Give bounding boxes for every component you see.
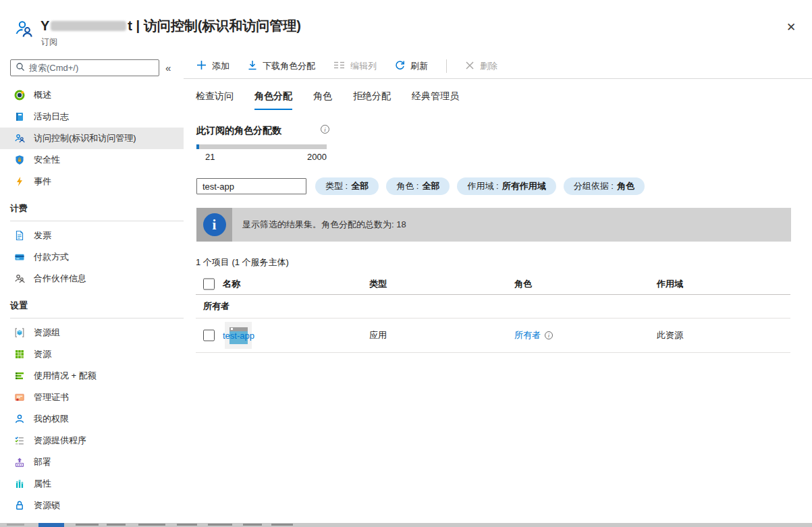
sidebar-item-overview[interactable]: 概述: [0, 84, 184, 106]
select-all-checkbox[interactable]: [203, 279, 215, 290]
sidebar-item-resource-locks[interactable]: 资源锁: [0, 495, 184, 516]
table-row[interactable]: test-app 应用 所有者 i 此资源: [196, 318, 790, 353]
edit-columns-icon: [333, 61, 345, 72]
column-header-role[interactable]: 角色: [514, 278, 532, 290]
sidebar-search-input[interactable]: 搜索(Cmd+/): [10, 59, 159, 76]
search-placeholder: 搜索(Cmd+/): [29, 62, 78, 74]
sidebar-item-usage-quotas[interactable]: 使用情况 + 配额: [0, 365, 184, 387]
refresh-button[interactable]: 刷新: [395, 60, 428, 72]
edit-columns-button[interactable]: 编辑列: [333, 60, 377, 72]
resource-providers-icon: [13, 435, 25, 447]
redacted-subscription-name: [51, 21, 126, 31]
sidebar-item-activity-log[interactable]: 活动日志: [0, 106, 184, 128]
overview-icon: [13, 90, 25, 101]
column-header-scope[interactable]: 作用域: [657, 278, 683, 290]
progress-labels: 21 2000: [196, 152, 327, 162]
main-content: 添加 下载角色分配 编辑列 刷新 删除 检查访问 角色分配 角色: [184, 54, 812, 523]
row-type: 应用: [369, 329, 387, 341]
tab-roles[interactable]: 角色: [313, 90, 332, 110]
payment-icon: [13, 252, 25, 263]
filter-pill-role[interactable]: 角色 :全部: [386, 177, 450, 195]
progress-max: 2000: [307, 152, 327, 162]
sidebar-item-deployments[interactable]: 部署: [0, 451, 184, 473]
download-role-assignments-button[interactable]: 下载角色分配: [248, 60, 315, 72]
filter-search-input[interactable]: [196, 178, 306, 194]
divider: [10, 318, 184, 318]
activity-log-icon: [13, 111, 25, 123]
filter-pill-type[interactable]: 类型 :全部: [315, 177, 379, 195]
search-icon: [16, 62, 25, 74]
sidebar-item-resource-providers[interactable]: 资源提供程序: [0, 430, 184, 451]
properties-icon: [13, 478, 25, 490]
invoice-icon: [13, 230, 25, 242]
column-header-name[interactable]: 名称: [223, 278, 240, 290]
group-label: 所有者: [203, 300, 229, 312]
sidebar-item-partner-information[interactable]: 合作伙伴信息: [0, 268, 184, 289]
info-banner-icon: i: [203, 213, 226, 236]
events-icon: [13, 176, 25, 188]
row-checkbox[interactable]: [203, 330, 215, 341]
role-assignments-table: 名称 类型 角色 作用域 所有者 test-app 应用 所有者 i 此资源: [196, 274, 790, 353]
sidebar-item-management-certificates[interactable]: 管理证书: [0, 387, 184, 408]
close-icon[interactable]: ✕: [783, 19, 799, 35]
role-assignments-progress: [196, 144, 327, 149]
blade-header: Yt | 访问控制(标识和访问管理) 订阅 ✕: [0, 0, 812, 54]
row-name-link[interactable]: test-app: [223, 331, 254, 341]
role-assignments-progress-fill: [196, 144, 199, 149]
deployments-icon: [13, 457, 25, 468]
background-window-edge: [0, 523, 812, 527]
page-title: Yt | 访问控制(标识和访问管理): [40, 17, 301, 35]
column-header-type[interactable]: 类型: [369, 278, 387, 290]
sidebar-section-settings: 设置: [0, 289, 184, 318]
filter-pill-group-by[interactable]: 分组依据 :角色: [564, 177, 645, 195]
resources-icon: [13, 349, 25, 360]
tab-bar: 检查访问 角色分配 角色 拒绝分配 经典管理员: [184, 90, 812, 110]
sidebar: 搜索(Cmd+/) « 概述 活动日志 访问控制(标识和访问: [0, 54, 184, 523]
toolbar-divider: [446, 59, 447, 73]
tab-classic-administrators[interactable]: 经典管理员: [412, 90, 459, 110]
sidebar-item-invoices[interactable]: 发票: [0, 225, 184, 246]
access-control-icon: [13, 133, 25, 144]
row-scope: 此资源: [657, 329, 683, 341]
table-header-row: 名称 类型 角色 作用域: [196, 274, 790, 295]
background-window-blue-fragment: [38, 523, 64, 527]
filter-pill-scope[interactable]: 作用域 :所有作用域: [457, 177, 556, 195]
banner-icon-box: i: [196, 208, 232, 242]
sidebar-item-security[interactable]: 安全性: [0, 149, 184, 171]
add-button[interactable]: 添加: [196, 60, 229, 72]
plus-icon: [196, 60, 207, 72]
filter-bar: 类型 :全部 角色 :全部 作用域 :所有作用域 分组依据 :角色: [196, 177, 812, 195]
list-summary: 1 个项目 (1 个服务主体): [196, 256, 812, 269]
delete-x-icon: [465, 61, 475, 72]
sidebar-item-payment-methods[interactable]: 付款方式: [0, 246, 184, 268]
sidebar-item-events[interactable]: 事件: [0, 171, 184, 192]
sidebar-collapse-icon[interactable]: «: [165, 62, 171, 74]
sidebar-item-resources[interactable]: 资源: [0, 343, 184, 365]
sidebar-nav: 概述 活动日志 访问控制(标识和访问管理) 安全性: [0, 84, 184, 523]
command-bar: 添加 下载角色分配 编辑列 刷新 删除: [184, 54, 812, 79]
role-info-icon[interactable]: i: [545, 331, 553, 339]
tab-check-access[interactable]: 检查访问: [196, 90, 234, 110]
info-icon: i: [321, 125, 329, 134]
sidebar-item-my-permissions[interactable]: 我的权限: [0, 408, 184, 430]
row-role: 所有者 i: [514, 329, 553, 341]
sidebar-item-access-control[interactable]: 访问控制(标识和访问管理): [0, 128, 184, 149]
subscription-access-control-icon: [13, 19, 35, 42]
page-subtitle: 订阅: [41, 36, 57, 48]
tab-deny-assignments[interactable]: 拒绝分配: [353, 90, 391, 110]
row-role-link[interactable]: 所有者: [514, 329, 541, 341]
progress-current: 21: [205, 152, 215, 162]
azure-portal-blade: Yt | 访问控制(标识和访问管理) 订阅 ✕ 搜索(Cmd+/) « 概述: [0, 0, 812, 527]
count-label: 此订阅的角色分配数: [196, 125, 281, 136]
divider: [10, 221, 184, 221]
resource-groups-icon: [13, 327, 25, 339]
info-banner: i 显示筛选的结果集。角色分配的总数为: 18: [196, 208, 791, 242]
tab-role-assignments[interactable]: 角色分配: [254, 90, 292, 110]
security-icon: [13, 155, 25, 166]
sidebar-item-properties[interactable]: 属性: [0, 473, 184, 495]
delete-button[interactable]: 删除: [465, 60, 497, 72]
role-assignments-count: 此订阅的角色分配数 i: [196, 124, 345, 136]
sidebar-item-resource-groups[interactable]: 资源组: [0, 322, 184, 343]
sidebar-section-billing: 计费: [0, 192, 184, 221]
certificates-icon: [13, 392, 25, 404]
